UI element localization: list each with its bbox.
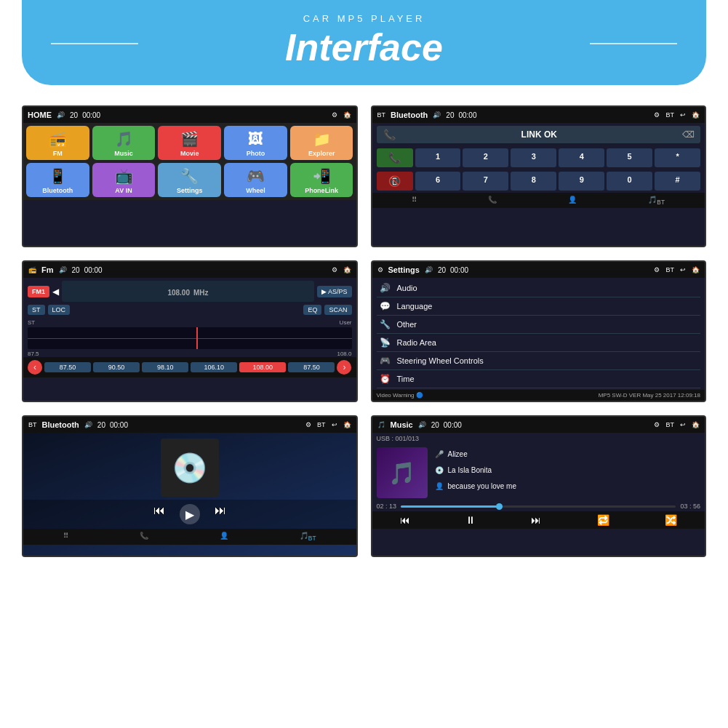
key-0[interactable]: 0: [607, 172, 652, 191]
header-line-left: [51, 43, 138, 44]
bt-music-screen: BT Bluetooth 🔊 20 00:00 ⚙ BT ↩ 🏠 💿 ⏮ ▶ ⏭…: [22, 415, 358, 557]
progress-dot: [496, 503, 503, 510]
other-label: Other: [397, 320, 417, 329]
bt-contacts-icon[interactable]: 👤: [220, 532, 228, 542]
bt-dial-home-icon: 🏠: [692, 111, 700, 119]
bluetooth-dial-screen: BT Bluetooth 🔊 20 00:00 ⚙ BT ↩ 🏠 📞 LINK …: [371, 105, 707, 247]
bt-play-button[interactable]: ▶: [180, 504, 200, 524]
key-5[interactable]: 5: [607, 148, 652, 167]
fm-user-label: User: [340, 319, 352, 326]
fm-prev-icon[interactable]: ◀: [52, 287, 59, 297]
bt-next-button[interactable]: ⏭: [215, 504, 226, 524]
fm-preset-1[interactable]: 87.50: [44, 362, 91, 372]
bt-music-icon[interactable]: 🎵BT: [648, 196, 665, 206]
app-settings[interactable]: 🔧Settings: [158, 163, 221, 197]
bt-dial-status-bar: BT Bluetooth 🔊 20 00:00 ⚙ BT ↩ 🏠: [372, 107, 705, 123]
app-explorer[interactable]: 📁Explorer: [290, 126, 353, 160]
fm-preset-2[interactable]: 90.50: [93, 362, 140, 372]
version-text: MP5 SW-D VER May 25 2017 12:09:18: [599, 392, 700, 399]
fm-preset-btn[interactable]: FM1: [28, 286, 49, 297]
settings-radio-area[interactable]: 📡 Radio Area: [377, 334, 701, 352]
settings-language[interactable]: 💬 Language: [377, 297, 701, 316]
music-shuffle-button[interactable]: 🔀: [665, 514, 677, 526]
app-movie[interactable]: 🎬Movie: [158, 126, 221, 160]
bt-dial-back-icon: ↩: [680, 111, 686, 119]
settings-time[interactable]: ⏰ Time: [377, 370, 701, 388]
bt-prev-button[interactable]: ⏮: [153, 504, 165, 524]
home-time: 00:00: [82, 111, 100, 119]
fm-scale-labels-top: ST User: [23, 319, 356, 326]
music-controls-bar: ⏮ ⏸ ⏭ 🔁 🔀: [372, 511, 705, 529]
key-6[interactable]: 6: [415, 172, 461, 191]
fm-preset-6[interactable]: 87.50: [288, 362, 335, 372]
key-2[interactable]: 2: [463, 148, 508, 167]
key-1[interactable]: 1: [415, 148, 461, 167]
bt-music-bt2-icon: BT: [317, 421, 326, 428]
fm-preset-5[interactable]: 108.00: [239, 362, 286, 372]
app-bluetooth[interactable]: 📱Bluetooth: [26, 163, 89, 197]
bt-music-title: Bluetooth: [42, 420, 79, 429]
key-hash[interactable]: #: [655, 172, 700, 191]
settings-volume-icon: 🔊: [425, 266, 433, 273]
settings-home-icon: 🏠: [692, 266, 700, 273]
settings-wheel-controls[interactable]: 🎮 Steering Wheel Controls: [377, 352, 701, 370]
hangup-button[interactable]: 📵: [377, 172, 413, 191]
music-note-icon: 🎵: [377, 421, 385, 428]
home-home-icon: 🏠: [343, 111, 351, 119]
backspace-icon[interactable]: ⌫: [682, 129, 695, 140]
radio-area-label: Radio Area: [397, 338, 436, 347]
bt-phone-icon[interactable]: 📞: [140, 532, 148, 542]
fm-volume: 20: [72, 266, 80, 274]
key-star[interactable]: *: [655, 148, 700, 167]
language-icon: 💬: [380, 301, 391, 311]
progress-fill: [401, 505, 503, 508]
keypad-icon[interactable]: ⠿: [412, 196, 417, 206]
link-ok-text: LINK OK: [396, 129, 683, 140]
music-pause-button[interactable]: ⏸: [465, 514, 476, 526]
home-app-grid[interactable]: 📻FM 🎵Music 🎬Movie 🖼Photo 📁Explorer 📱Blue…: [23, 123, 356, 200]
bt-music-note-icon[interactable]: 🎵BT: [300, 532, 316, 542]
key-8[interactable]: 8: [511, 172, 556, 191]
fm-preset-3[interactable]: 98.10: [142, 362, 188, 372]
fm-scan-btn[interactable]: SCAN: [324, 305, 351, 315]
home-status-bar: HOME 🔊 20 00:00 ⚙ 🏠: [23, 107, 356, 123]
bt-dial-bt2-icon: BT: [665, 111, 674, 119]
key-3[interactable]: 3: [511, 148, 556, 167]
fm-eq-btn[interactable]: EQ: [303, 305, 321, 315]
track2-name: La Isla Bonita: [448, 466, 492, 474]
music-repeat-button[interactable]: 🔁: [597, 514, 609, 526]
settings-gear-icon: ⚙: [377, 266, 383, 273]
bt-keypad-icon[interactable]: ⠿: [63, 532, 68, 542]
fm-loc-btn[interactable]: LOC: [48, 305, 71, 315]
settings-audio[interactable]: 🔊 Audio: [377, 279, 701, 297]
settings-list: 🔊 Audio 💬 Language 🔧 Other 📡 Radio Area …: [372, 278, 705, 390]
music-track-2[interactable]: 💿 La Isla Bonita: [432, 463, 701, 477]
music-next-button[interactable]: ⏭: [531, 514, 541, 526]
app-music[interactable]: 🎵Music: [92, 126, 156, 160]
app-avin[interactable]: 📺AV IN: [92, 163, 156, 197]
fm-preset-4[interactable]: 106.10: [191, 362, 237, 372]
key-4[interactable]: 4: [559, 148, 604, 167]
app-photo[interactable]: 🖼Photo: [224, 126, 287, 160]
phone-icon[interactable]: 📞: [488, 196, 497, 206]
key-9[interactable]: 9: [559, 172, 604, 191]
fm-asps-btn[interactable]: ▶ AS/PS: [317, 286, 352, 297]
music-back-icon: ↩: [680, 421, 686, 428]
fm-next-preset[interactable]: ›: [337, 360, 351, 375]
call-button[interactable]: 📞: [377, 148, 413, 167]
music-prev-button[interactable]: ⏮: [400, 514, 410, 526]
app-wheel[interactable]: 🎮Wheel: [224, 163, 287, 197]
music-track-3[interactable]: 👤 because you love me: [432, 479, 701, 493]
settings-other[interactable]: 🔧 Other: [377, 316, 701, 334]
home-volume-icon: 🔊: [57, 111, 65, 119]
contacts-icon[interactable]: 👤: [568, 196, 577, 206]
fm-prev-preset[interactable]: ‹: [28, 360, 42, 375]
fm-unit: MHz: [193, 289, 209, 297]
app-fm[interactable]: 📻FM: [26, 126, 89, 160]
progress-bar-container[interactable]: [401, 505, 676, 508]
fm-st-btn[interactable]: ST: [28, 305, 45, 315]
music-track-1[interactable]: 🎤 Alizee: [432, 447, 701, 461]
key-7[interactable]: 7: [463, 172, 508, 191]
app-phonelink[interactable]: 📲PhoneLink: [290, 163, 353, 197]
dial-keypad-row2: 📵 6 7 8 9 0 #: [372, 169, 705, 193]
